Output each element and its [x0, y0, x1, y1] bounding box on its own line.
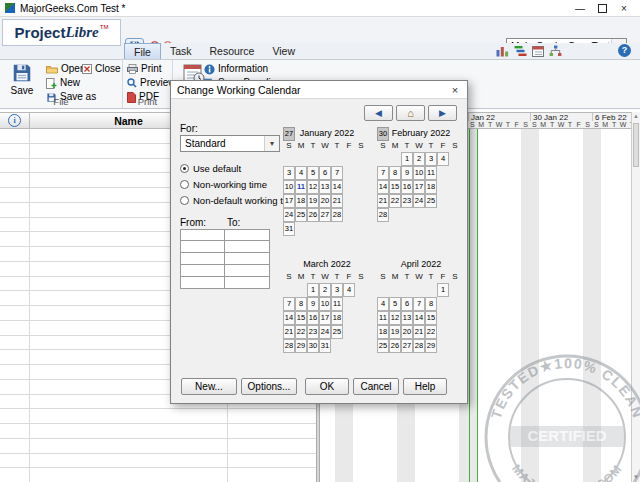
day-cell[interactable]: 6: [401, 297, 413, 311]
save-button[interactable]: Save: [4, 62, 40, 96]
day-cell[interactable]: 14: [283, 311, 295, 325]
close-project-button[interactable]: Close: [82, 63, 121, 75]
radio-use-default[interactable]: Use default: [180, 163, 298, 174]
options-button[interactable]: Options...: [241, 378, 297, 395]
day-cell[interactable]: 10: [319, 297, 331, 311]
day-cell[interactable]: 26: [389, 339, 401, 353]
day-cell[interactable]: 22: [295, 325, 307, 339]
day-cell[interactable]: 19: [389, 325, 401, 339]
dialog-close-button[interactable]: ×: [446, 82, 464, 98]
day-cell[interactable]: 24: [319, 325, 331, 339]
day-cell[interactable]: 24: [283, 208, 295, 222]
day-cell[interactable]: 29: [425, 339, 437, 353]
tab-view[interactable]: View: [263, 43, 304, 59]
day-cell[interactable]: 3: [425, 152, 437, 166]
day-cell[interactable]: 4: [377, 297, 389, 311]
day-cell[interactable]: 24: [413, 194, 425, 208]
day-cell[interactable]: 1: [437, 283, 449, 297]
day-cell[interactable]: 16: [307, 311, 319, 325]
table-row[interactable]: [0, 468, 316, 482]
scrollbar-thumb[interactable]: [633, 123, 639, 167]
day-cell[interactable]: 7: [283, 297, 295, 311]
close-button[interactable]: ×: [613, 1, 635, 16]
day-cell[interactable]: 31: [319, 339, 331, 353]
to-cell[interactable]: [225, 229, 270, 241]
day-cell[interactable]: 2: [319, 283, 331, 297]
day-cell[interactable]: 19: [307, 194, 319, 208]
day-cell[interactable]: 25: [295, 208, 307, 222]
day-cell[interactable]: 13: [401, 311, 413, 325]
day-cell[interactable]: 3: [331, 283, 343, 297]
dialog-title-bar[interactable]: Change Working Calendar ×: [171, 81, 467, 99]
day-cell[interactable]: 5: [389, 297, 401, 311]
day-cell[interactable]: 7: [413, 297, 425, 311]
table-row[interactable]: [0, 409, 316, 424]
day-cell[interactable]: 1: [307, 283, 319, 297]
day-cell[interactable]: 4: [437, 152, 449, 166]
day-cell[interactable]: 27: [319, 208, 331, 222]
information-button[interactable]: Information: [204, 63, 268, 75]
from-cell[interactable]: [180, 241, 225, 253]
day-cell[interactable]: 26: [307, 208, 319, 222]
open-button[interactable]: Open: [46, 63, 85, 75]
calendar-view-icon[interactable]: [532, 45, 544, 57]
cancel-button[interactable]: Cancel: [353, 378, 399, 395]
day-cell[interactable]: 21: [413, 325, 425, 339]
day-cell[interactable]: 18: [295, 194, 307, 208]
day-cell[interactable]: 28: [283, 339, 295, 353]
day-cell[interactable]: 15: [295, 311, 307, 325]
day-cell[interactable]: 10: [413, 166, 425, 180]
day-cell[interactable]: 14: [331, 180, 343, 194]
day-cell[interactable]: 12: [389, 311, 401, 325]
day-cell[interactable]: 16: [401, 180, 413, 194]
day-cell[interactable]: 31: [283, 222, 295, 236]
day-cell[interactable]: 21: [377, 194, 389, 208]
table-row[interactable]: [0, 439, 316, 454]
day-cell[interactable]: 11: [331, 297, 343, 311]
network-view-icon[interactable]: [549, 45, 562, 57]
minimize-button[interactable]: —: [569, 1, 591, 16]
day-cell[interactable]: 5: [307, 166, 319, 180]
day-cell[interactable]: 8: [295, 297, 307, 311]
day-cell[interactable]: 12: [307, 180, 319, 194]
day-cell[interactable]: 23: [307, 325, 319, 339]
day-cell[interactable]: 2: [413, 152, 425, 166]
day-cell[interactable]: 25: [425, 194, 437, 208]
new-button[interactable]: New: [46, 77, 80, 89]
new-calendar-button[interactable]: New...: [181, 378, 237, 395]
day-cell[interactable]: 21: [331, 194, 343, 208]
day-cell[interactable]: 1: [401, 152, 413, 166]
ok-button[interactable]: OK: [305, 378, 349, 395]
day-cell[interactable]: 21: [283, 325, 295, 339]
radio-non-working-time[interactable]: Non-working time: [180, 179, 298, 190]
day-cell[interactable]: 9: [401, 166, 413, 180]
from-cell[interactable]: [180, 253, 225, 265]
day-cell[interactable]: 15: [389, 180, 401, 194]
from-cell[interactable]: [180, 265, 225, 277]
day-cell[interactable]: 25: [331, 325, 343, 339]
day-cell[interactable]: 14: [413, 311, 425, 325]
chevron-down-icon[interactable]: ▾: [264, 136, 279, 151]
day-cell[interactable]: 18: [425, 180, 437, 194]
to-cell[interactable]: [225, 265, 270, 277]
day-cell[interactable]: 17: [319, 311, 331, 325]
day-cell[interactable]: 28: [377, 208, 389, 222]
day-cell[interactable]: 9: [307, 297, 319, 311]
day-cell[interactable]: 8: [389, 166, 401, 180]
help-button-dialog[interactable]: Help: [403, 378, 447, 395]
table-row[interactable]: [0, 424, 316, 439]
info-column-header[interactable]: i: [0, 113, 30, 128]
maximize-button[interactable]: [591, 1, 613, 16]
today-button[interactable]: ⌂: [396, 105, 425, 121]
day-cell[interactable]: 23: [401, 194, 413, 208]
day-cell[interactable]: 10: [283, 180, 295, 194]
calendar-select[interactable]: Standard ▾: [180, 135, 280, 152]
from-cell[interactable]: [180, 277, 225, 289]
day-cell[interactable]: 3: [283, 166, 295, 180]
print-button[interactable]: Print: [127, 63, 162, 75]
day-cell[interactable]: 7: [377, 166, 389, 180]
day-cell[interactable]: 29: [295, 339, 307, 353]
radio-non-default-working-time[interactable]: Non-default working time: [180, 195, 298, 206]
day-cell[interactable]: 22: [389, 194, 401, 208]
vertical-scrollbar[interactable]: ▲ ▼: [631, 112, 640, 482]
